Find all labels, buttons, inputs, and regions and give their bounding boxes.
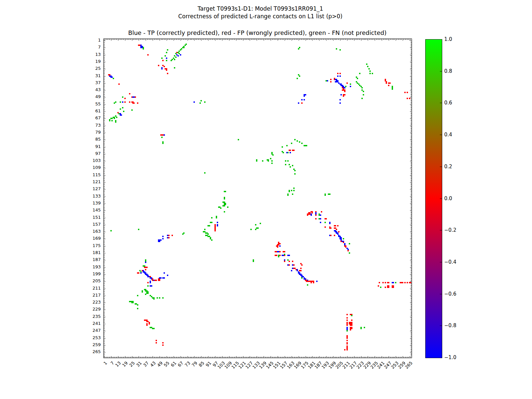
x-tick-label: 13 bbox=[114, 360, 122, 368]
y-tick-label: 193 bbox=[0, 264, 101, 270]
colorbar-tick-label: −0.4 bbox=[444, 259, 456, 265]
y-tick-label: 265 bbox=[0, 349, 101, 354]
y-tick-label: 85 bbox=[0, 137, 101, 142]
y-tick-label: 73 bbox=[0, 123, 101, 128]
colorbar-tick-label: 0.2 bbox=[444, 164, 452, 170]
x-tick-label: 61 bbox=[170, 360, 177, 368]
y-tick-label: 259 bbox=[0, 342, 101, 347]
x-tick-label: 31 bbox=[135, 360, 143, 368]
y-tick-label: 7 bbox=[0, 45, 101, 50]
y-tick-label: 253 bbox=[0, 335, 101, 340]
colorbar-tick-label: −0.8 bbox=[444, 323, 456, 329]
colorbar-tick bbox=[440, 230, 442, 230]
colorbar-tick-label: −0.2 bbox=[444, 227, 456, 233]
y-tick-label: 79 bbox=[0, 130, 101, 135]
colorbar-tick bbox=[440, 103, 442, 103]
x-tick-label: 79 bbox=[191, 360, 198, 368]
y-tick-label: 127 bbox=[0, 186, 101, 192]
y-tick-label: 19 bbox=[0, 59, 101, 64]
x-tick-label: 43 bbox=[149, 360, 156, 368]
y-tick-label: 229 bbox=[0, 307, 101, 312]
y-tick-label: 205 bbox=[0, 278, 101, 284]
colorbar-tick bbox=[440, 135, 442, 135]
colorbar-tick bbox=[440, 294, 442, 294]
x-tick-label: 25 bbox=[128, 360, 136, 368]
y-tick-label: 217 bbox=[0, 293, 101, 298]
colorbar-tick bbox=[440, 262, 442, 262]
colorbar-tick bbox=[440, 326, 442, 326]
colorbar-tick-label: 0.0 bbox=[444, 196, 452, 201]
y-tick-label: 115 bbox=[0, 172, 101, 178]
colorbar-tick bbox=[440, 71, 442, 71]
y-tick-label: 235 bbox=[0, 314, 101, 319]
y-tick-label: 223 bbox=[0, 300, 101, 305]
y-tick-label: 187 bbox=[0, 257, 101, 262]
y-tick-label: 1 bbox=[0, 38, 101, 43]
x-tick-label: 19 bbox=[121, 360, 129, 368]
x-tick-label: 73 bbox=[184, 360, 191, 368]
x-tick-label: 7 bbox=[109, 360, 115, 366]
y-tick-label: 139 bbox=[0, 200, 101, 206]
y-tick-label: 151 bbox=[0, 215, 101, 220]
contact-map-canvas bbox=[104, 39, 412, 358]
y-tick-label: 61 bbox=[0, 108, 101, 114]
figure-title-line2: Correctness of predicted L-range contact… bbox=[0, 13, 521, 20]
y-tick-label: 43 bbox=[0, 87, 101, 92]
y-tick-label: 133 bbox=[0, 194, 101, 199]
figure-title-line1: Target T0993s1-D1: Model T0993s1RR091_1 bbox=[0, 5, 521, 12]
y-tick-label: 67 bbox=[0, 115, 101, 121]
x-tick-label: 85 bbox=[198, 360, 205, 368]
y-tick-label: 157 bbox=[0, 222, 101, 227]
colorbar-tick bbox=[440, 199, 442, 199]
y-tick-label: 55 bbox=[0, 101, 101, 107]
y-tick-label: 247 bbox=[0, 328, 101, 333]
colorbar-tick-label: 0.8 bbox=[444, 68, 452, 74]
x-tick-label: 265 bbox=[404, 360, 413, 370]
y-tick-label: 199 bbox=[0, 271, 101, 277]
y-tick-label: 49 bbox=[0, 94, 101, 99]
y-tick-label: 109 bbox=[0, 165, 101, 170]
y-tick-label: 175 bbox=[0, 243, 101, 248]
axes-title-legend: Blue - TP (correctly predicted), red - F… bbox=[103, 29, 411, 36]
y-tick-label: 241 bbox=[0, 321, 101, 326]
x-tick-label: 55 bbox=[163, 360, 170, 368]
colorbar-tick-label: 1.0 bbox=[444, 36, 452, 42]
y-tick-label: 169 bbox=[0, 236, 101, 241]
y-tick-label: 31 bbox=[0, 73, 101, 78]
y-tick-label: 97 bbox=[0, 151, 101, 156]
colorbar-tick-label: 0.4 bbox=[444, 132, 452, 138]
x-tick-label: 91 bbox=[205, 360, 212, 368]
x-tick-label: 67 bbox=[177, 360, 184, 368]
colorbar-tick-label: 0.6 bbox=[444, 100, 452, 106]
y-tick-label: 13 bbox=[0, 52, 101, 57]
y-tick-label: 91 bbox=[0, 144, 101, 149]
colorbar-tick-label: −1.0 bbox=[444, 354, 456, 360]
y-tick-label: 37 bbox=[0, 80, 101, 85]
y-tick-label: 103 bbox=[0, 158, 101, 163]
colorbar-tick-label: −0.6 bbox=[444, 291, 456, 297]
y-tick-label: 145 bbox=[0, 207, 101, 213]
y-tick-label: 25 bbox=[0, 66, 101, 71]
y-tick-label: 121 bbox=[0, 179, 101, 185]
contact-map-plot-area bbox=[103, 39, 412, 358]
x-tick-label: 49 bbox=[156, 360, 163, 368]
colorbar-tick bbox=[440, 167, 442, 167]
x-tick-label: 1 bbox=[102, 360, 108, 366]
y-tick-label: 163 bbox=[0, 229, 101, 234]
y-tick-label: 211 bbox=[0, 286, 101, 291]
y-tick-label: 181 bbox=[0, 250, 101, 255]
x-tick-label: 37 bbox=[142, 360, 150, 368]
